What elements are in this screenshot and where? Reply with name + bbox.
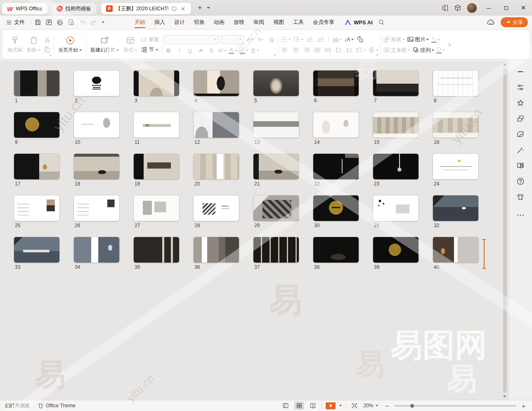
slide-thumbnail-35[interactable] [134,237,179,263]
new-tab-button[interactable]: + [196,4,204,12]
file-menu-button[interactable]: 文件 [0,19,29,26]
menu-tab-4[interactable]: 动画 [209,16,229,29]
docer-icon[interactable] [516,130,525,139]
slide-thumbnail-38[interactable] [313,237,359,263]
device-sync-icon[interactable] [439,3,452,13]
slide-thumbnail-36[interactable] [194,237,239,263]
skin-icon[interactable] [516,193,525,201]
align-left-button[interactable] [281,46,289,54]
picture-button[interactable]: 图片 [407,35,429,44]
font-size-combo[interactable] [221,35,244,44]
slide-thumbnail-10[interactable] [74,112,119,138]
outline-color-button[interactable] [436,46,445,54]
reset-slide-button[interactable]: 重置 [140,36,159,43]
slideshow-caret-icon[interactable] [339,405,342,406]
slide-thumbnail-3[interactable] [134,70,179,96]
format-painter-button[interactable]: 格式刷 [5,35,24,54]
slide-thumbnail-37[interactable] [253,237,299,263]
align-center-button[interactable] [291,46,300,54]
slide-thumbnail-11[interactable] [134,112,179,138]
share-button[interactable]: 分享 [501,17,528,27]
slide-thumbnail-25[interactable] [14,195,59,221]
paragraph-expander-icon[interactable] [375,53,380,58]
character-spacing-button[interactable]: ab [333,35,342,44]
slide-thumbnail-4[interactable] [194,70,239,96]
menu-tab-8[interactable]: 工具 [288,16,308,29]
menu-tab-2[interactable]: 设计 [170,16,189,29]
slide-thumbnail-15[interactable] [373,112,419,138]
menu-tab-3[interactable]: 切换 [189,16,209,29]
slide-thumbnail-8[interactable] [433,70,478,96]
qat-customize-caret-icon[interactable] [102,21,104,23]
slide-thumbnail-26[interactable] [74,195,119,221]
slide-thumbnail-31[interactable] [373,195,419,221]
menu-tab-5[interactable]: 放映 [229,16,249,29]
clear-format-button[interactable] [267,35,276,44]
copy-button[interactable] [44,46,51,53]
search-icon[interactable] [376,18,387,26]
tab-close-icon[interactable]: ✕ [180,6,186,12]
menu-tab-0[interactable]: 开始 [130,16,150,29]
slide-thumbnail-30[interactable] [313,195,359,221]
ribbon-more-button[interactable] [446,32,454,57]
slide-thumbnail-23[interactable] [373,154,419,179]
slide-thumbnail-29[interactable] [253,195,299,221]
text-shadow-button[interactable]: S [207,47,216,55]
zoom-slider-knob[interactable] [410,404,414,408]
adjust-icon[interactable] [516,83,525,92]
close-button[interactable]: ✕ [515,0,532,16]
highlight-button[interactable] [239,47,248,55]
vertical-scrollbar[interactable] [502,62,508,399]
slide-thumbnail-28[interactable] [194,195,239,221]
menu-tab-9[interactable]: 会员专享 [308,16,339,29]
slide-thumbnail-18[interactable] [74,154,119,179]
tab-document[interactable]: P 【王鹏】2020 LEICHT德国劳 ✕ [101,3,191,14]
wand-icon[interactable] [516,146,525,154]
paste-button[interactable]: 粘贴 [25,35,43,54]
slidecopy-icon[interactable] [516,115,525,123]
increase-para-spacing-button[interactable] [334,46,343,54]
slide-layout-button[interactable]: 版式 [121,35,139,54]
section-button[interactable]: 节 [140,46,159,53]
new-slide-button[interactable]: 新建幻灯片 [88,35,121,54]
slide-thumbnail-40[interactable] [433,237,478,263]
slide-thumbnail-12[interactable] [194,112,239,138]
increase-font-button[interactable]: A+ [246,35,255,44]
print-button[interactable] [55,18,65,26]
font-expander-icon[interactable] [272,53,277,58]
zoom-slider[interactable] [394,403,516,409]
slide-thumbnail-24[interactable] [433,154,478,179]
font-name-combo[interactable] [164,35,219,44]
collapse-icon[interactable] [516,68,525,76]
slide-sorter-view-button[interactable] [294,402,304,410]
redo-button[interactable] [88,18,99,26]
scrollbar-thumb[interactable] [503,68,507,393]
menu-tab-6[interactable]: 审阅 [249,16,269,29]
italic-button[interactable]: I [175,47,184,55]
numbering-button[interactable] [293,35,303,44]
slide-thumbnail-17[interactable] [14,154,59,179]
slide-thumbnail-39[interactable] [373,237,419,263]
justify-button[interactable] [313,46,322,54]
slideshow-play-button[interactable] [326,402,336,409]
underline-button[interactable]: U [186,47,194,55]
strikethrough-button[interactable]: A [196,47,205,55]
slide-thumbnail-7[interactable] [373,70,419,96]
slide-thumbnail-34[interactable] [74,237,119,263]
slide-thumbnail-21[interactable] [253,154,299,179]
decrease-font-button[interactable]: A− [257,35,265,44]
superscript-button[interactable]: X² [218,47,227,55]
slide-thumbnail-22[interactable] [313,154,359,179]
save-button[interactable] [33,18,43,26]
line-spacing-button[interactable] [356,46,366,54]
theme-button[interactable]: Office Theme [38,403,76,409]
slide-thumbnail-2[interactable] [74,70,119,96]
normal-view-button[interactable] [281,402,291,410]
smart-convert-button[interactable] [356,35,364,44]
zoom-in-button[interactable]: + [520,402,527,409]
phonetic-guide-button[interactable]: 文 [251,47,259,55]
play-from-current-button[interactable]: 当页开始 [56,35,84,54]
minimize-button[interactable]: ─ [480,0,497,16]
cloud-sync-icon[interactable] [486,18,496,26]
align-right-button[interactable] [302,46,311,54]
